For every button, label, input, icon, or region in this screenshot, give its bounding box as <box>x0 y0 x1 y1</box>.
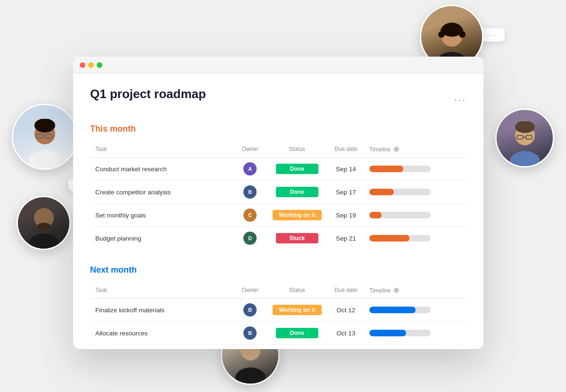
col-header-status: Status <box>267 141 327 158</box>
status-badge: Done <box>276 164 318 174</box>
task-owner: B <box>233 322 267 345</box>
add-column-btn[interactable]: ⊕ <box>393 286 400 294</box>
avatar-left-top <box>12 104 78 170</box>
timeline-bar-fill <box>369 330 406 336</box>
task-owner: A <box>233 158 267 181</box>
task-name: Develop communication plan <box>91 345 233 350</box>
section-title-this-month: This month <box>90 124 466 134</box>
task-name: Set monthly goals <box>91 204 233 227</box>
svg-point-8 <box>510 151 540 166</box>
svg-point-6 <box>459 31 466 38</box>
svg-point-25 <box>235 367 266 384</box>
scene: —————— <box>0 0 566 392</box>
task-status[interactable]: Stuck <box>267 345 327 350</box>
table-row[interactable]: Finalize kickoff materialsBWorking on it… <box>91 299 466 322</box>
task-due-date: Oct 12 <box>327 299 365 322</box>
task-owner: B <box>233 299 267 322</box>
task-timeline <box>365 158 466 181</box>
timeline-bar-fill <box>369 212 382 218</box>
timeline-bar-fill <box>369 307 416 313</box>
task-due-date: Sep 19 <box>327 204 365 227</box>
task-owner: D <box>233 345 267 350</box>
close-button[interactable] <box>80 62 85 68</box>
col-header-owner: Owner <box>233 141 267 158</box>
task-name: Finalize kickoff materials <box>91 299 233 322</box>
table-row[interactable]: Develop communication planDStuckOct 18 <box>91 345 466 350</box>
status-badge: Stuck <box>276 233 318 243</box>
avatar-right-middle <box>495 108 554 167</box>
add-column-btn[interactable]: ⊕ <box>393 145 400 153</box>
timeline-bar-container <box>369 189 431 195</box>
timeline-bar-container <box>369 212 431 218</box>
task-timeline <box>365 204 466 227</box>
task-status[interactable]: Done <box>267 158 327 181</box>
status-badge: Done <box>276 328 318 338</box>
table-row[interactable]: Set monthly goalsCWorking on itSep 19 <box>91 204 466 227</box>
task-status[interactable]: Done <box>267 322 327 345</box>
timeline-bar-container <box>369 166 431 172</box>
task-status[interactable]: Stuck <box>267 227 327 250</box>
col-header-timeline: Timeline⊕ <box>365 282 466 299</box>
status-badge: Done <box>276 187 318 197</box>
browser-content: Q1 project roadmap ··· This monthTaskOwn… <box>73 74 483 349</box>
task-owner: D <box>233 227 267 250</box>
section-this-month: This monthTaskOwnerStatusDue dateTimelin… <box>90 124 466 250</box>
more-options-button[interactable]: ··· <box>454 94 466 105</box>
timeline-bar-fill <box>369 166 403 172</box>
task-due-date: Sep 17 <box>327 181 365 204</box>
task-due-date: Sep 21 <box>327 227 365 250</box>
col-header-owner: Owner <box>233 282 267 299</box>
col-header-status: Status <box>267 282 327 299</box>
timeline-bar-container <box>369 307 431 313</box>
task-name: Allocate resources <box>91 322 233 345</box>
table-row[interactable]: Budget planningDStuckSep 21 <box>91 227 466 250</box>
svg-point-14 <box>29 150 61 168</box>
svg-point-22 <box>29 234 59 249</box>
task-name: Budget planning <box>91 227 233 250</box>
section-next-month: Next monthTaskOwnerStatusDue dateTimelin… <box>90 265 466 349</box>
col-header-due_date: Due date <box>327 141 365 158</box>
timeline-bar-fill <box>369 235 409 242</box>
status-badge: Working on it <box>273 305 322 315</box>
svg-point-9 <box>515 121 535 133</box>
svg-point-5 <box>438 31 445 38</box>
table-row[interactable]: Create competitor analysisBDoneSep 17 <box>91 181 466 204</box>
svg-point-15 <box>34 119 55 133</box>
task-name: Create competitor analysis <box>91 181 233 204</box>
task-timeline <box>365 181 466 204</box>
task-timeline <box>365 299 466 322</box>
maximize-button[interactable] <box>97 62 102 68</box>
task-status[interactable]: Done <box>267 181 327 204</box>
task-table-next-month: TaskOwnerStatusDue dateTimeline⊕Finalize… <box>90 282 466 349</box>
owner-avatar: C <box>243 209 257 222</box>
task-timeline <box>365 345 466 350</box>
traffic-lights <box>80 62 102 68</box>
col-header-timeline: Timeline⊕ <box>365 141 466 158</box>
task-due-date: Oct 13 <box>327 322 365 345</box>
timeline-bar-fill <box>369 189 394 195</box>
timeline-bar-container <box>369 330 431 336</box>
task-table-this-month: TaskOwnerStatusDue dateTimeline⊕Conduct … <box>90 141 466 250</box>
svg-point-23 <box>37 223 50 230</box>
owner-avatar: B <box>243 185 257 199</box>
col-header-due_date: Due date <box>327 282 365 299</box>
task-timeline <box>365 227 466 250</box>
browser-window: Q1 project roadmap ··· This monthTaskOwn… <box>73 57 483 349</box>
task-due-date: Sep 14 <box>327 158 365 181</box>
timeline-bar-container <box>369 235 431 242</box>
status-badge: Working on it <box>273 210 322 220</box>
table-row[interactable]: Conduct market researchADoneSep 14 <box>91 158 466 181</box>
owner-avatar: D <box>243 232 257 245</box>
avatar-bottom-left <box>17 196 71 250</box>
task-status[interactable]: Working on it <box>267 204 327 227</box>
task-owner: B <box>233 181 267 204</box>
owner-avatar: B <box>243 303 257 317</box>
table-row[interactable]: Allocate resourcesBDoneOct 13 <box>91 322 466 345</box>
browser-titlebar <box>73 57 483 74</box>
task-name: Conduct market research <box>91 158 233 181</box>
task-due-date: Oct 18 <box>327 345 365 350</box>
task-status[interactable]: Working on it <box>267 299 327 322</box>
minimize-button[interactable] <box>88 62 94 68</box>
sections-container: This monthTaskOwnerStatusDue dateTimelin… <box>90 124 466 349</box>
task-owner: C <box>233 204 267 227</box>
